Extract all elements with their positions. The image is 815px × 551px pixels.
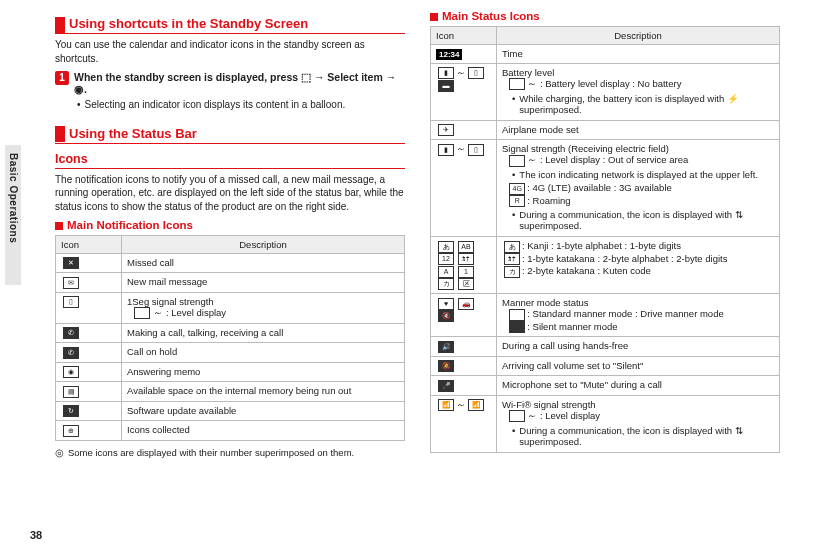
storage-icon: ▤ [63,386,79,398]
table-row: 📶～📶 Wi-Fi® signal strength ～ : Level dis… [431,395,780,452]
silent-call-icon: 🔕 [438,360,454,372]
th-description: Description [497,27,780,45]
note: Some icons are displayed with their numb… [55,447,405,460]
th-description: Description [122,236,405,254]
table-row: ✆Making a call, talking, receiving a cal… [56,323,405,342]
table-row: ♥🚗🔇 Manner mode status : Standard manner… [431,294,780,337]
page-number: 38 [30,529,42,541]
table-row: ▮～▯▬ Battery level ～ : Battery level dis… [431,64,780,121]
table-row: あAB 12ｶﾅ A1 カ区 あ: Kanji : 1-byte alphabe… [431,237,780,294]
level-icon [134,307,150,319]
wifi-icon: 📶 [438,399,454,411]
time-icon: 12:34 [436,49,462,60]
heading-statusbar: Using the Status Bar [55,126,405,144]
table-row: ◉Answering memo [56,362,405,381]
ab2-icon: A [438,266,454,278]
battery-icon [509,78,525,90]
update-icon: ↻ [63,405,79,417]
subheading-icons-text: Icons [55,152,405,168]
silent-icon: 🔇 [438,310,454,322]
drive-icon: 🚗 [458,298,474,310]
table-row: ⊕Icons collected [56,421,405,440]
call-icon: ✆ [63,327,79,339]
table-header-row: Icon Description [56,236,405,254]
handsfree-icon: 🔊 [438,341,454,353]
step-1: 1 When the standby screen is displayed, … [55,71,405,95]
table-row: ▤Available space on the internal memory … [56,382,405,401]
manner-icon: ♥ [438,298,454,310]
airplane-icon: ✈ [438,124,454,136]
table-row: ✈Airplane mode set [431,121,780,140]
heading-shortcuts: Using shortcuts in the Standby Screen [55,16,405,34]
wifi-icon-weak: 📶 [468,399,484,411]
table-row: 12:34Time [431,45,780,64]
signal-icon-weak: ▯ [468,144,484,156]
left-column: Using shortcuts in the Standby Screen Yo… [55,10,405,540]
subheading-icons: Icons [55,152,405,169]
collected-icon: ⊕ [63,425,79,437]
heading-statusbar-text: Using the Status Bar [69,126,197,143]
step-1-text: When the standby screen is displayed, pr… [74,71,405,95]
right-column: Main Status Icons Icon Description 12:34… [430,10,780,540]
table-row: ▮～▯ Signal strength (Receiving electric … [431,140,780,237]
th-icon: Icon [56,236,122,254]
signal-icon [509,155,525,167]
oneseg-icon: ▯ [63,296,79,308]
table-row: ✉New mail message [56,273,405,292]
battery-icon: ▮ [438,67,454,79]
kuten-icon: 区 [458,278,474,290]
para-icons: The notification icons to notify you of … [55,173,405,214]
battery-none-icon: ▬ [438,80,454,92]
mail-icon: ✉ [63,277,79,289]
ab1-icon: AB [458,241,474,253]
kata2-icon: カ [438,278,454,290]
wifi-icon [509,410,525,422]
hold-icon: ✆ [63,347,79,359]
page-body: Using shortcuts in the Standby Screen Yo… [55,10,795,540]
mute-icon: 🎤 [438,380,454,392]
table-row: ✆Call on hold [56,343,405,362]
side-tab: Basic Operations [5,145,21,285]
table-header-row: Icon Description [431,27,780,45]
signal-icon: ▮ [438,144,454,156]
roaming-icon: R [509,195,525,207]
th-icon: Icon [431,27,497,45]
table-row: ✕Missed call [56,254,405,273]
step-1-sub: Selecting an indicator icon displays its… [77,98,405,112]
missed-call-icon: ✕ [63,257,79,269]
heading-notif-icons: Main Notification Icons [55,219,405,231]
silent-icon [509,321,525,333]
heading-status-icons: Main Status Icons [430,10,780,22]
table-row: 🔕Arriving call volume set to "Silent" [431,356,780,375]
d2-icon: 1 [458,266,474,278]
manner-icon [509,309,525,321]
kata1-icon: ｶﾅ [458,253,474,265]
table-row: ▯ 1Seg signal strength ～ : Level display [56,292,405,323]
step-1-number: 1 [55,71,69,85]
table-row: 🔊During a call using hands-free [431,337,780,356]
para-shortcuts: You can use the calendar and indicator i… [55,38,405,65]
table-row: ↻Software update available [56,401,405,420]
table-notification-icons: Icon Description ✕Missed call ✉New mail … [55,235,405,441]
memo-icon: ◉ [63,366,79,378]
battery-icon-low: ▯ [468,67,484,79]
d1-icon: 12 [438,253,454,265]
table-row: 🎤Microphone set to "Mute" during a call [431,376,780,395]
4g-icon: 4G [509,183,525,195]
kanji-icon: あ [438,241,454,253]
table-status-icons: Icon Description 12:34Time ▮～▯▬ Battery … [430,26,780,453]
heading-shortcuts-text: Using shortcuts in the Standby Screen [69,16,308,33]
